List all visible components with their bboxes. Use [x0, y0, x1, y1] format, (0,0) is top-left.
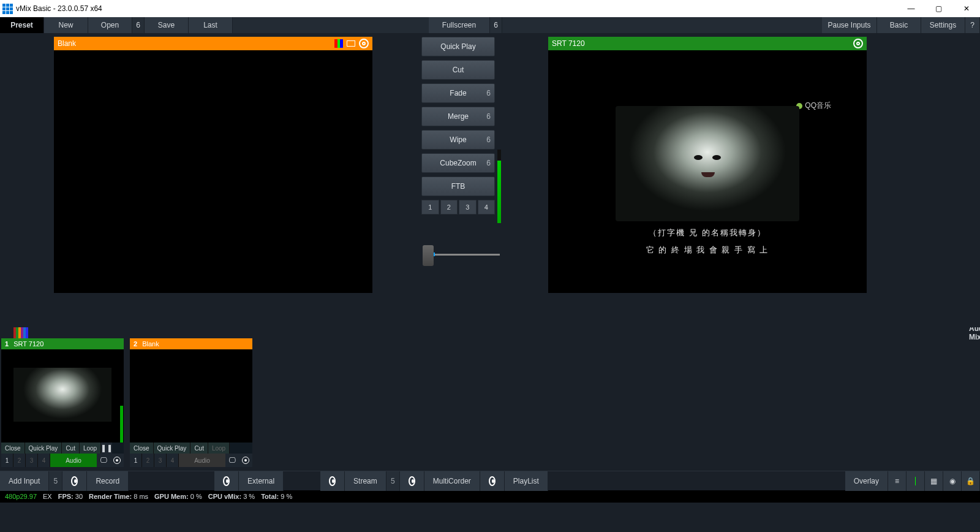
- multicorder-button[interactable]: MultiCorder: [424, 471, 480, 491]
- add-input-hotkey[interactable]: 5: [49, 471, 62, 491]
- preview-gear-icon[interactable]: [359, 39, 369, 48]
- output-gear-icon[interactable]: [853, 39, 863, 48]
- stream-hotkey[interactable]: 5: [386, 471, 400, 491]
- preview-rgb-icon[interactable]: [334, 39, 343, 48]
- fade-button[interactable]: Fade6: [421, 83, 495, 103]
- input-pause-icon[interactable]: ❚❚: [101, 443, 112, 454]
- minimize-button[interactable]: —: [897, 0, 925, 17]
- add-input-button[interactable]: Add Input: [0, 471, 49, 491]
- quick-play-button[interactable]: Quick Play: [421, 37, 495, 56]
- input-cut-button[interactable]: Cut: [190, 443, 208, 454]
- window-title: vMix Basic - 23.0.0.57 x64: [16, 4, 102, 13]
- input-monitor-icon[interactable]: 🖵: [225, 454, 239, 467]
- input-close-button[interactable]: Close: [1, 443, 25, 454]
- input-overlay-4-button[interactable]: 4: [38, 454, 50, 467]
- input-header: 1SRT 7120: [1, 338, 124, 349]
- new-button[interactable]: New: [44, 17, 88, 33]
- input-overlay-3-button[interactable]: 3: [154, 454, 167, 467]
- category-tab-5[interactable]: [26, 327, 28, 338]
- view-rgb-icon[interactable]: [907, 471, 925, 491]
- app-logo-icon: [2, 4, 12, 13]
- open-button[interactable]: Open: [88, 17, 132, 33]
- close-button[interactable]: ✕: [952, 0, 980, 17]
- settings-button[interactable]: Settings: [921, 17, 965, 33]
- output-title: SRT 7120: [552, 39, 585, 48]
- input-cut-button[interactable]: Cut: [62, 443, 80, 454]
- bottom-bar: Add Input 5 Record External Stream 5 Mul…: [0, 471, 980, 490]
- preview-layout-icon[interactable]: [347, 40, 355, 47]
- fullscreen-button[interactable]: Fullscreen: [429, 17, 490, 33]
- wipe-button[interactable]: Wipe6: [421, 130, 495, 150]
- preset-button[interactable]: Preset: [0, 17, 44, 33]
- help-button[interactable]: ?: [965, 17, 980, 33]
- overlay-2-button[interactable]: 2: [440, 200, 458, 215]
- snapshot-icon[interactable]: ◉: [943, 471, 962, 491]
- record-gear-icon[interactable]: [214, 471, 239, 491]
- view-list-icon[interactable]: ≡: [888, 471, 907, 491]
- input-gear-icon[interactable]: [239, 454, 252, 467]
- preview-video[interactable]: [54, 50, 372, 293]
- titlebar: vMix Basic - 23.0.0.57 x64 — ▢ ✕: [0, 0, 980, 17]
- input-row1: CloseQuick PlayCutLoop❚❚: [1, 443, 124, 454]
- overlay-4-button[interactable]: 4: [478, 200, 496, 215]
- input-overlay-4-button[interactable]: 4: [167, 454, 179, 467]
- input-overlay-2-button[interactable]: 2: [13, 454, 26, 467]
- record-button[interactable]: Record: [87, 471, 129, 491]
- preview-panel: Blank: [54, 37, 372, 293]
- input-quick-play-button[interactable]: Quick Play: [25, 443, 62, 454]
- playlist-button[interactable]: PlayList: [505, 471, 548, 491]
- input-overlay-3-button[interactable]: 3: [26, 454, 38, 467]
- input-monitor-icon[interactable]: 🖵: [97, 454, 110, 467]
- input-overlay-1-button[interactable]: 1: [130, 454, 142, 467]
- overlay-button[interactable]: Overlay: [845, 471, 888, 491]
- input-loop-button[interactable]: Loop: [208, 443, 230, 454]
- ftb-button[interactable]: FTB: [421, 177, 495, 196]
- stream-button[interactable]: Stream: [345, 471, 386, 491]
- input-row2: 1234Audio🖵: [1, 454, 124, 467]
- pause-inputs-button[interactable]: Pause Inputs: [822, 17, 877, 33]
- fullscreen-hotkey[interactable]: 6: [490, 17, 502, 33]
- save-button[interactable]: Save: [145, 17, 189, 33]
- preview-title: Blank: [58, 39, 76, 48]
- master-audio-meter: [497, 150, 501, 223]
- preview-header: Blank: [54, 37, 372, 50]
- input-overlay-1-button[interactable]: 1: [1, 454, 13, 467]
- input-overlay-2-button[interactable]: 2: [142, 454, 154, 467]
- input-thumbnail[interactable]: [130, 349, 252, 443]
- stream-gear-icon[interactable]: [400, 471, 424, 491]
- maximize-button[interactable]: ▢: [925, 0, 952, 17]
- status-resolution: 480p29.97: [5, 493, 37, 500]
- last-button[interactable]: Last: [189, 17, 233, 33]
- external-gear-icon[interactable]: [320, 471, 345, 491]
- input-box-1: 1SRT 7120CloseQuick PlayCutLoop❚❚1234Aud…: [1, 338, 124, 467]
- input-quick-play-button[interactable]: Quick Play: [154, 443, 191, 454]
- open-hotkey[interactable]: 6: [132, 17, 145, 33]
- view-grid-icon[interactable]: ▦: [925, 471, 943, 491]
- input-audio-button[interactable]: Audio: [179, 454, 225, 467]
- lock-icon[interactable]: 🔒: [962, 471, 980, 491]
- input-loop-button[interactable]: Loop: [80, 443, 101, 454]
- main-area: Blank Quick Play Cut Fade6 Merge6 Wipe6 …: [0, 33, 980, 327]
- multicorder-gear-icon[interactable]: [480, 471, 505, 491]
- merge-button[interactable]: Merge6: [421, 107, 495, 126]
- external-button[interactable]: External: [239, 471, 284, 491]
- add-input-gear-icon[interactable]: [62, 471, 87, 491]
- input-close-button[interactable]: Close: [130, 443, 154, 454]
- status-bar: 480p29.97 EX FPS: 30 Render Time: 8 ms G…: [0, 490, 980, 503]
- output-video[interactable]: QQ音乐 （打字機 兄 的名稱我轉身） 它 的 終 場 我 會 親 手 寫 上: [548, 50, 867, 293]
- t-bar-slider[interactable]: [423, 239, 500, 270]
- input-row1: CloseQuick PlayCutLoop: [130, 443, 252, 454]
- category-color-row: Audio Mixer: [0, 327, 980, 338]
- output-header: SRT 7120: [548, 37, 867, 50]
- overlay-3-button[interactable]: 3: [459, 200, 477, 215]
- cut-button[interactable]: Cut: [421, 60, 495, 80]
- subtitle-line-1: （打字機 兄 的名稱我轉身）: [649, 227, 766, 238]
- input-thumbnail[interactable]: [1, 349, 124, 443]
- cubezoom-button[interactable]: CubeZoom6: [421, 153, 495, 173]
- status-ex: EX: [43, 493, 52, 500]
- basic-button[interactable]: Basic: [877, 17, 921, 33]
- input-audio-button[interactable]: Audio: [50, 454, 97, 467]
- video-face-placeholder: [616, 106, 799, 221]
- overlay-1-button[interactable]: 1: [421, 200, 439, 215]
- input-gear-icon[interactable]: [110, 454, 124, 467]
